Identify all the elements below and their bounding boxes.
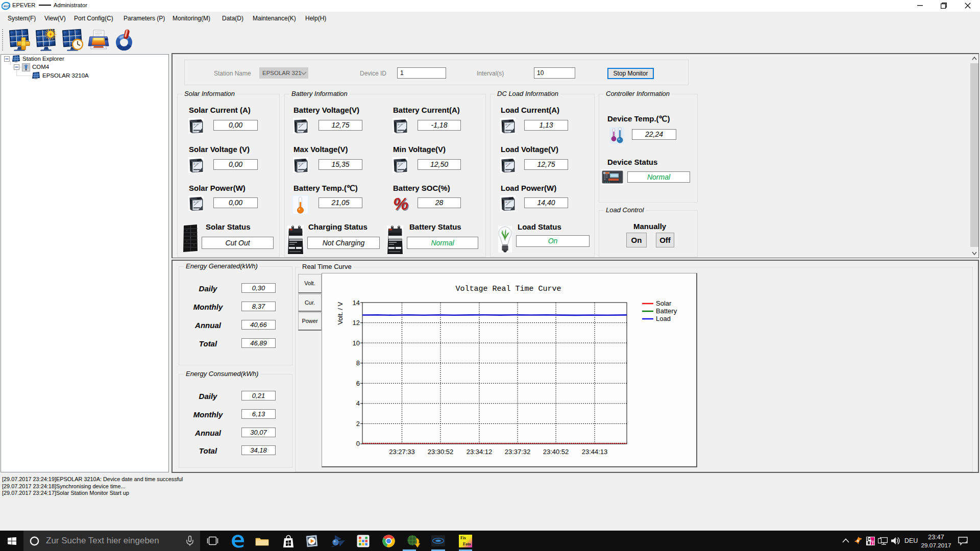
svg-text:0: 0: [356, 440, 360, 447]
svg-text:23:27:33: 23:27:33: [389, 448, 415, 456]
svg-text:4: 4: [356, 399, 360, 407]
svg-text:2: 2: [356, 420, 360, 428]
svg-text:Load: Load: [656, 315, 671, 322]
svg-text:Fix: Fix: [460, 536, 466, 540]
svg-text:Solar: Solar: [656, 299, 672, 307]
svg-text:23:44:13: 23:44:13: [582, 448, 608, 456]
svg-text:8: 8: [356, 359, 360, 367]
svg-text:23:34:12: 23:34:12: [467, 448, 493, 456]
svg-text:Voltage Real Time Curve: Voltage Real Time Curve: [455, 285, 561, 293]
svg-text:Volt. / V: Volt. / V: [336, 302, 344, 324]
svg-text:23:40:52: 23:40:52: [543, 448, 569, 456]
svg-text:10: 10: [353, 339, 360, 347]
svg-text:Battery: Battery: [656, 307, 677, 315]
svg-text:14: 14: [353, 299, 360, 307]
svg-text:T: T: [872, 541, 874, 546]
svg-text:12: 12: [353, 319, 360, 327]
svg-text:23:30:52: 23:30:52: [428, 448, 454, 456]
svg-text:a: a: [857, 539, 859, 542]
svg-text:23:37:32: 23:37:32: [505, 448, 531, 456]
svg-text:Foto: Foto: [463, 542, 471, 546]
svg-text:BUS: BUS: [4, 5, 10, 8]
svg-text:6: 6: [356, 380, 360, 387]
